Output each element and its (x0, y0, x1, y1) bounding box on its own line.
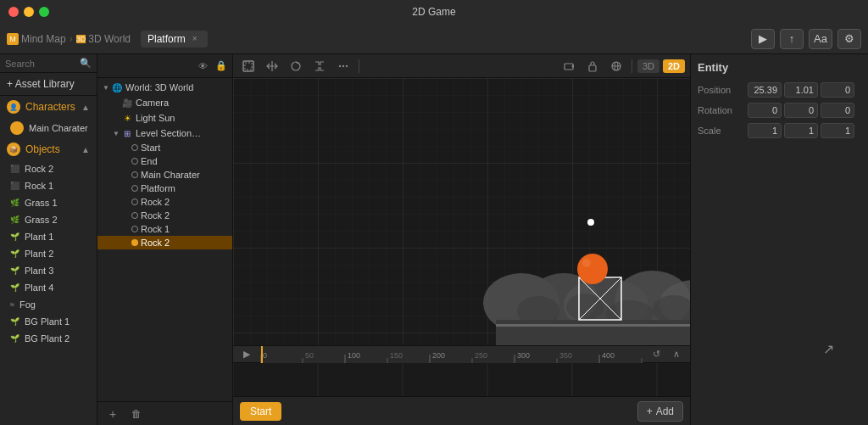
list-item-bg-plant1[interactable]: 🌱 BG Plant 1 (0, 313, 97, 330)
world-expand-arrow[interactable]: ▼ (101, 82, 111, 92)
grass2-icon: 🌿 (10, 215, 19, 224)
tree-item-rock2b[interactable]: Rock 2 (97, 195, 232, 209)
rotation-y-input[interactable] (784, 103, 818, 118)
tree-item-world[interactable]: ▼ 🌐 World: 3D World 👁 🔒 (97, 80, 232, 95)
globe-view-button[interactable] (606, 57, 626, 75)
breadcrumb-item-mindmap[interactable]: M Mind Map (7, 33, 66, 45)
sun-lock-icon[interactable]: 🔒 (217, 112, 229, 124)
scale-tool[interactable] (309, 57, 330, 75)
position-x-input[interactable] (748, 82, 782, 98)
tree-item-rock2c[interactable]: Rock 2 (97, 209, 232, 222)
position-y-input[interactable] (784, 82, 818, 98)
more-tool[interactable] (333, 57, 353, 75)
svg-point-38 (582, 259, 591, 267)
tree-item-rock2-selected[interactable]: Rock 2 (97, 236, 232, 249)
view-3d-button[interactable]: 3D (637, 59, 659, 73)
level-eye-icon[interactable]: 👁 (203, 127, 215, 139)
list-item-plant1[interactable]: 🌱 Plant 1 (0, 228, 97, 245)
list-item-plant4[interactable]: 🌱 Plant 4 (0, 279, 97, 296)
tab-close-button[interactable]: × (189, 33, 201, 45)
objects-section-header[interactable]: 📦 Objects ▲ (0, 138, 97, 160)
fog-icon: ≈ (10, 300, 14, 309)
rotation-z-input[interactable] (821, 103, 854, 118)
list-item-plant3[interactable]: 🌱 Plant 3 (0, 262, 97, 279)
camera-label: Camera (136, 98, 203, 108)
timeline-rewind-button[interactable]: ↺ (648, 346, 665, 363)
eye-icon[interactable]: 👁 (195, 59, 210, 74)
view-2d-button[interactable]: 2D (663, 59, 685, 73)
play-button[interactable]: ▶ (751, 29, 775, 49)
tree-item-level[interactable]: ▼ ⊞ Level Section: Start 👁 🔒 (97, 126, 232, 141)
position-z-input[interactable] (821, 82, 854, 98)
search-input[interactable] (5, 59, 76, 69)
camera-lock-icon[interactable]: 🔒 (217, 97, 229, 109)
viewport: 3D 2D (233, 54, 690, 425)
plant4-icon: 🌱 (10, 283, 19, 292)
lock-icon[interactable]: 🔒 (214, 59, 229, 74)
list-item-main-character[interactable]: Main Charater (0, 118, 97, 138)
list-item-fog[interactable]: ≈ Fog (0, 296, 97, 313)
asset-library-button[interactable]: + Asset Library (0, 73, 97, 96)
tree-item-end[interactable]: End (97, 154, 232, 168)
tree-item-platform[interactable]: Platform (97, 182, 232, 195)
characters-header-left: 👤 Characters (7, 100, 75, 114)
lock-view-button[interactable] (582, 57, 603, 75)
maximize-button[interactable] (39, 7, 49, 17)
list-item-plant2[interactable]: 🌱 Plant 2 (0, 245, 97, 262)
breadcrumb-arrow: › (70, 33, 73, 45)
scale-z-input[interactable] (821, 123, 854, 138)
world-eye-icon[interactable]: 👁 (203, 81, 215, 93)
tree-item-start[interactable]: Start (97, 141, 232, 154)
settings-button[interactable]: ⚙ (837, 29, 861, 49)
svg-point-26 (566, 294, 604, 321)
level-expand-arrow[interactable]: ▼ (111, 128, 121, 138)
tree-item-rock1b[interactable]: Rock 1 (97, 222, 232, 236)
start-button[interactable]: Start (240, 402, 281, 421)
close-button[interactable] (8, 7, 19, 17)
breadcrumb-item-3dworld[interactable]: 3D 3D World (76, 33, 131, 45)
tree-item-camera[interactable]: 🎥 Camera 👁 🔒 (97, 95, 232, 110)
main-character-label: Main Charater (29, 123, 88, 133)
svg-rect-42 (260, 346, 643, 363)
toolbar-sep1 (359, 59, 359, 73)
list-item-grass1[interactable]: 🌿 Grass 1 (0, 194, 97, 211)
scale-x-input[interactable] (748, 123, 782, 138)
end-expand-arrow (121, 156, 131, 166)
timeline-play-button[interactable]: ▶ (238, 346, 255, 363)
list-item-rock2[interactable]: ⬛ Rock 2 (0, 160, 97, 177)
rotate-tool[interactable] (286, 57, 306, 75)
scene-delete-button[interactable]: 🗑 (128, 405, 145, 422)
camera-eye-icon[interactable]: 👁 (203, 97, 215, 109)
move-tool[interactable] (262, 57, 282, 75)
list-item-grass2[interactable]: 🌿 Grass 2 (0, 211, 97, 228)
rotation-x-input[interactable] (748, 103, 782, 118)
scene-add-button[interactable]: + (104, 405, 121, 422)
grass1-label: Grass 1 (25, 198, 58, 208)
sun-eye-icon[interactable]: 👁 (203, 112, 215, 124)
sun-expand-arrow[interactable] (111, 113, 121, 123)
add-button[interactable]: + Add (637, 401, 683, 422)
svg-rect-1 (245, 63, 252, 70)
list-item-bg-plant2[interactable]: 🌱 BG Plant 2 (0, 330, 97, 347)
world-lock-icon[interactable]: 🔒 (217, 81, 229, 93)
svg-text:350: 350 (559, 351, 572, 360)
timeline: ▶ 0 50 100 150 (233, 345, 690, 396)
characters-label: Characters (25, 101, 75, 113)
minimize-button[interactable] (24, 7, 34, 17)
characters-chevron: ▲ (81, 103, 90, 112)
camera-expand-arrow[interactable] (111, 98, 121, 108)
share-button[interactable]: ↑ (780, 29, 804, 49)
active-tab[interactable]: Platform × (141, 31, 208, 48)
camera-view-button[interactable] (559, 57, 579, 75)
canvas-area[interactable] (233, 78, 690, 345)
tree-item-main-char[interactable]: Main Charater (97, 168, 232, 182)
timeline-track[interactable] (233, 363, 690, 396)
tree-item-light-sun[interactable]: ☀ Light Sun 👁 🔒 (97, 110, 232, 126)
timeline-collapse-button[interactable]: ∧ (668, 346, 685, 363)
list-item-rock1[interactable]: ⬛ Rock 1 (0, 177, 97, 194)
level-lock-icon[interactable]: 🔒 (217, 127, 229, 139)
select-tool[interactable] (238, 57, 259, 75)
text-button[interactable]: Aa (809, 29, 832, 49)
scale-y-input[interactable] (784, 123, 818, 138)
characters-section-header[interactable]: 👤 Characters ▲ (0, 96, 97, 118)
